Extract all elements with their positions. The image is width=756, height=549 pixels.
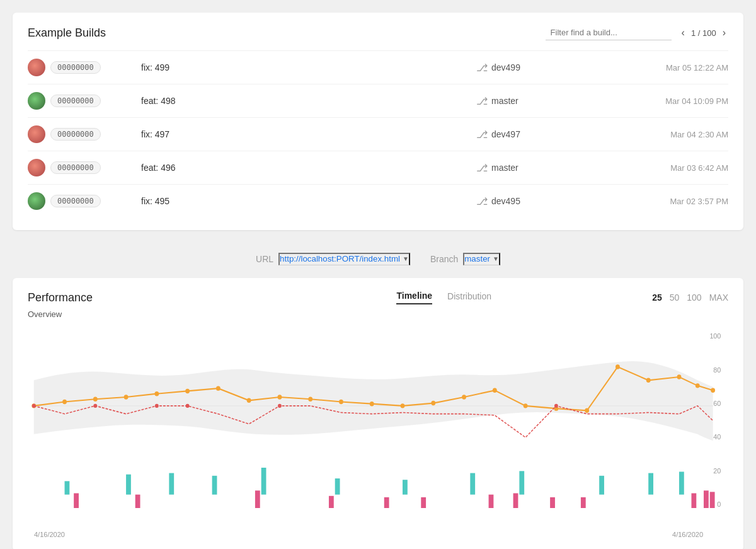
- build-id-badge: 00000000: [50, 161, 101, 174]
- svg-rect-58: [581, 497, 586, 508]
- svg-point-10: [124, 395, 129, 399]
- count-100-button[interactable]: 100: [687, 292, 701, 303]
- svg-point-25: [585, 408, 589, 413]
- svg-rect-41: [261, 468, 266, 495]
- svg-point-22: [493, 388, 497, 393]
- count-25-button[interactable]: 25: [652, 292, 662, 303]
- next-page-button[interactable]: ›: [720, 26, 728, 40]
- table-row[interactable]: 00000000 fix: 497 ⎇ dev497 Mar 04 2:30 A…: [28, 117, 728, 151]
- build-date: Mar 04 10:09 PM: [602, 96, 728, 106]
- build-id-badge: 00000000: [50, 195, 101, 207]
- svg-rect-54: [421, 497, 426, 508]
- svg-point-30: [711, 388, 715, 393]
- date-start: 4/16/2020: [34, 531, 65, 538]
- avatar: [28, 59, 45, 76]
- build-description: fix: 495: [141, 196, 476, 206]
- url-label: URL: [256, 254, 273, 264]
- svg-point-23: [524, 403, 528, 408]
- branch-icon: ⎇: [476, 195, 488, 207]
- build-date: Mar 04 2:30 AM: [602, 130, 728, 139]
- svg-point-18: [370, 402, 374, 406]
- build-branch-cell: ⎇ master: [476, 162, 602, 174]
- svg-rect-46: [599, 476, 604, 495]
- builds-title: Example Builds: [28, 26, 106, 40]
- build-description: feat: 496: [141, 163, 476, 173]
- chart-svg: 100 80 60 40 20 0: [28, 327, 728, 528]
- table-row[interactable]: 00000000 feat: 498 ⎇ master Mar 04 10:09…: [28, 84, 728, 117]
- svg-rect-49: [74, 494, 79, 508]
- build-id-badge: 00000000: [50, 128, 101, 141]
- tab-timeline[interactable]: Timeline: [396, 291, 432, 304]
- url-filter-item: URL http://localhost:PORT/index.html ▼: [256, 253, 410, 265]
- url-dropdown-button[interactable]: http://localhost:PORT/index.html ▼: [278, 253, 410, 265]
- build-id-cell: 00000000: [28, 192, 141, 210]
- svg-rect-51: [255, 490, 260, 508]
- build-id-badge: 00000000: [50, 61, 101, 74]
- pagination: ‹ 1 / 100 ›: [679, 26, 728, 40]
- date-labels: 4/16/2020 4/16/2020: [28, 531, 728, 538]
- date-end: 4/16/2020: [672, 531, 703, 538]
- svg-point-21: [462, 395, 466, 399]
- svg-point-17: [339, 400, 343, 404]
- svg-rect-57: [550, 497, 555, 508]
- build-date: Mar 05 12:22 AM: [602, 63, 728, 72]
- svg-point-12: [185, 389, 190, 393]
- build-branch-cell: ⎇ dev495: [476, 195, 602, 207]
- build-description: feat: 498: [141, 96, 476, 106]
- build-id-cell: 00000000: [28, 159, 141, 176]
- builds-panel: Example Builds ‹ 1 / 100 › 00000000 fix:…: [13, 13, 743, 230]
- svg-rect-44: [470, 473, 475, 495]
- branch-icon: ⎇: [476, 162, 488, 174]
- table-row[interactable]: 00000000 fix: 499 ⎇ dev499 Mar 05 12:22 …: [28, 50, 728, 84]
- svg-point-35: [278, 404, 282, 408]
- svg-rect-38: [126, 475, 131, 495]
- svg-point-36: [554, 404, 558, 408]
- build-id-cell: 00000000: [28, 125, 141, 143]
- build-branch: dev499: [491, 62, 520, 72]
- svg-point-28: [677, 374, 682, 379]
- svg-rect-45: [519, 471, 524, 494]
- build-id-cell: 00000000: [28, 59, 141, 76]
- build-branch: dev495: [491, 196, 520, 206]
- svg-rect-43: [403, 480, 408, 494]
- table-row[interactable]: 00000000 feat: 496 ⎇ master Mar 03 6:42 …: [28, 151, 728, 184]
- svg-point-15: [278, 395, 282, 399]
- prev-page-button[interactable]: ‹: [679, 26, 687, 40]
- svg-rect-59: [691, 494, 696, 508]
- svg-text:40: 40: [713, 433, 721, 441]
- filter-input[interactable]: [546, 25, 672, 40]
- branch-icon: ⎇: [476, 62, 488, 74]
- svg-point-9: [93, 396, 98, 401]
- svg-point-14: [247, 398, 251, 403]
- build-branch-cell: ⎇ dev499: [476, 62, 602, 74]
- svg-point-26: [616, 364, 620, 369]
- build-description: fix: 499: [141, 62, 476, 72]
- svg-rect-50: [135, 495, 140, 508]
- table-row[interactable]: 00000000 fix: 495 ⎇ dev495 Mar 02 3:57 P…: [28, 184, 728, 217]
- builds-header-right: ‹ 1 / 100 ›: [546, 25, 728, 40]
- branch-filter-item: Branch master ▼: [430, 253, 500, 265]
- svg-point-29: [696, 383, 700, 388]
- tab-distribution[interactable]: Distribution: [447, 291, 491, 304]
- avatar: [28, 159, 45, 176]
- svg-rect-47: [648, 473, 653, 495]
- svg-text:60: 60: [713, 399, 721, 407]
- build-id-cell: 00000000: [28, 92, 141, 110]
- branch-icon: ⎇: [476, 95, 488, 107]
- branch-value: master: [464, 254, 490, 263]
- svg-rect-37: [65, 481, 70, 494]
- svg-text:80: 80: [713, 366, 721, 374]
- svg-point-32: [93, 404, 97, 408]
- count-50-button[interactable]: 50: [670, 292, 680, 303]
- avatar: [28, 92, 45, 110]
- svg-point-13: [216, 386, 220, 390]
- svg-text:0: 0: [717, 500, 721, 508]
- build-branch: master: [491, 96, 518, 106]
- branch-dropdown-button[interactable]: master ▼: [463, 253, 500, 265]
- svg-point-31: [32, 404, 36, 408]
- perf-count-buttons: 25 50 100 MAX: [652, 292, 728, 303]
- build-date: Mar 03 6:42 AM: [602, 163, 728, 173]
- avatar: [28, 125, 45, 143]
- count-max-button[interactable]: MAX: [709, 292, 728, 303]
- builds-list: 00000000 fix: 499 ⎇ dev499 Mar 05 12:22 …: [28, 50, 728, 217]
